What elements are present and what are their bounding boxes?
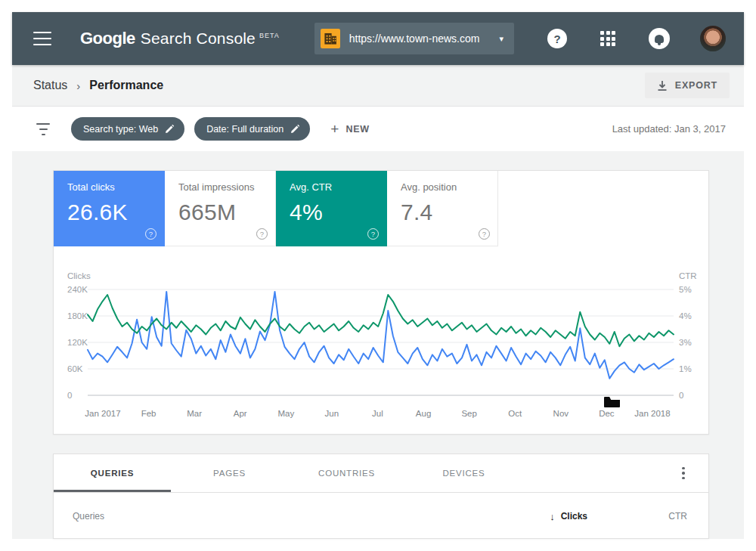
chip-label: Date: Full duration <box>206 124 284 135</box>
axis-tick: 0 <box>67 391 72 400</box>
tab-pages[interactable]: PAGES <box>171 454 288 492</box>
metric-value: 7.4 <box>401 200 497 225</box>
x-axis-label: Apr <box>234 409 247 418</box>
breadcrumb-status[interactable]: Status <box>33 79 67 92</box>
help-icon[interactable]: ? <box>479 228 490 240</box>
x-axis-label: Jul <box>372 409 383 418</box>
axis-tick: 1% <box>679 364 692 373</box>
beta-badge: BETA <box>259 32 280 39</box>
x-axis-label: Mar <box>187 409 202 418</box>
property-url: https://www.town-news.com <box>349 33 480 45</box>
column-clicks-sorted[interactable]: ↓ Clicks <box>550 511 587 522</box>
dimension-tabs: QUERIES PAGES COUNTRIES DEVICES <box>54 454 708 493</box>
metric-total-clicks[interactable]: Total clicks 26.6K ? <box>54 171 165 246</box>
x-axis-label: Aug <box>416 409 431 418</box>
x-axis-label: Nov <box>553 409 569 418</box>
left-axis-title: Clicks <box>67 271 91 280</box>
metric-avg-ctr[interactable]: Avg. CTR 4% ? <box>276 171 387 246</box>
x-axis-label: May <box>277 409 294 418</box>
sort-desc-icon: ↓ <box>550 511 555 522</box>
export-button[interactable]: EXPORT <box>645 73 730 98</box>
metric-tiles: Total clicks 26.6K ? Total impressions 6… <box>54 171 708 246</box>
x-axis-labels: Jan 2017FebMarAprMayJunJulAugSepOctNovDe… <box>88 409 674 421</box>
chevron-down-icon: ▾ <box>499 34 503 44</box>
app-window: Google Search Console BETA https://www.t… <box>12 12 744 539</box>
filter-chip-date[interactable]: Date: Full duration <box>194 117 310 141</box>
bell-icon <box>649 28 670 49</box>
last-updated-text: Last updated: Jan 3, 2017 <box>612 123 726 135</box>
right-axis-ticks: 5%4%3%1%0 <box>679 289 705 395</box>
property-building-icon <box>321 29 340 48</box>
tab-queries[interactable]: QUERIES <box>54 454 171 492</box>
help-icon[interactable]: ? <box>367 228 379 240</box>
top-app-bar: Google Search Console BETA https://www.t… <box>12 12 744 65</box>
metric-label: Total clicks <box>67 181 164 193</box>
mouse-cursor-artifact <box>604 397 620 407</box>
x-axis-label: Sep <box>461 409 476 418</box>
product-logo[interactable]: Google Search Console BETA <box>80 29 280 48</box>
axis-tick: 60K <box>67 364 82 373</box>
breadcrumb-row: Status › Performance EXPORT <box>12 65 744 106</box>
column-queries[interactable]: Queries <box>73 511 550 522</box>
column-clicks-label: Clicks <box>561 511 587 522</box>
queries-card: QUERIES PAGES COUNTRIES DEVICES Queries … <box>53 453 709 539</box>
breadcrumb-separator: › <box>76 79 80 92</box>
axis-tick: 180K <box>67 311 88 320</box>
x-axis-label: Jan 2018 <box>634 409 670 418</box>
new-filter-button[interactable]: + NEW <box>330 122 370 136</box>
x-axis-label: Feb <box>141 409 156 418</box>
filter-chip-search-type[interactable]: Search type: Web <box>71 117 184 141</box>
avatar[interactable] <box>700 26 726 51</box>
logo-google: Google <box>80 29 135 48</box>
tab-devices[interactable]: DEVICES <box>405 454 522 492</box>
axis-tick: 0 <box>679 391 683 400</box>
metric-label: Avg. position <box>401 181 497 193</box>
edit-pencil-icon <box>290 124 300 134</box>
content-area: Total clicks 26.6K ? Total impressions 6… <box>12 151 744 539</box>
new-label: NEW <box>345 124 370 135</box>
x-axis-label: Dec <box>599 409 614 418</box>
help-button[interactable]: ? <box>547 29 567 48</box>
metric-value: 4% <box>290 200 386 225</box>
metric-label: Avg. CTR <box>290 181 386 193</box>
edit-pencil-icon <box>165 124 175 134</box>
filter-icon[interactable] <box>36 121 50 137</box>
column-ctr[interactable]: CTR <box>657 511 687 522</box>
more-menu-button[interactable] <box>674 463 693 483</box>
more-vert-icon <box>682 467 685 470</box>
breadcrumb: Status › Performance <box>33 79 163 92</box>
filter-bar: Search type: Web Date: Full duration + N… <box>12 106 744 151</box>
help-icon[interactable]: ? <box>145 228 156 240</box>
property-selector[interactable]: https://www.town-news.com ▾ <box>314 23 514 54</box>
axis-tick: 3% <box>679 338 692 347</box>
metric-total-impressions[interactable]: Total impressions 665M ? <box>165 171 276 246</box>
logo-product: Search Console <box>141 29 256 48</box>
export-label: EXPORT <box>675 80 717 91</box>
axis-tick: 120K <box>67 338 88 347</box>
plus-icon: + <box>330 122 339 136</box>
axis-tick: 4% <box>679 311 692 320</box>
help-icon[interactable]: ? <box>256 228 268 240</box>
axis-tick: 240K <box>67 285 88 294</box>
chip-label: Search type: Web <box>83 124 158 135</box>
x-axis-label: Jan 2017 <box>85 409 120 418</box>
right-axis-title: CTR <box>679 271 697 280</box>
metric-avg-position[interactable]: Avg. position 7.4 ? <box>387 171 498 246</box>
metric-value: 665M <box>178 200 275 225</box>
apps-grid-button[interactable] <box>600 31 615 46</box>
table-header-row: Queries ↓ Clicks CTR <box>54 493 708 539</box>
axis-tick: 5% <box>679 285 692 294</box>
tab-countries[interactable]: COUNTRIES <box>288 454 405 492</box>
metric-value: 26.6K <box>67 200 164 225</box>
performance-card: Total clicks 26.6K ? Total impressions 6… <box>53 170 709 435</box>
help-icon: ? <box>547 29 567 48</box>
apps-grid-icon <box>600 31 615 46</box>
page-title: Performance <box>89 79 163 92</box>
notifications-button[interactable] <box>649 28 670 49</box>
hamburger-menu-icon[interactable] <box>33 32 51 45</box>
plot-area[interactable] <box>88 289 674 395</box>
x-axis-label: Jun <box>325 409 339 418</box>
clicks-ctr-chart: Clicks CTR 240K180K120K60K0 5%4%3%1%0 Ja… <box>54 246 710 435</box>
metric-label: Total impressions <box>178 181 275 193</box>
download-icon <box>657 80 668 91</box>
